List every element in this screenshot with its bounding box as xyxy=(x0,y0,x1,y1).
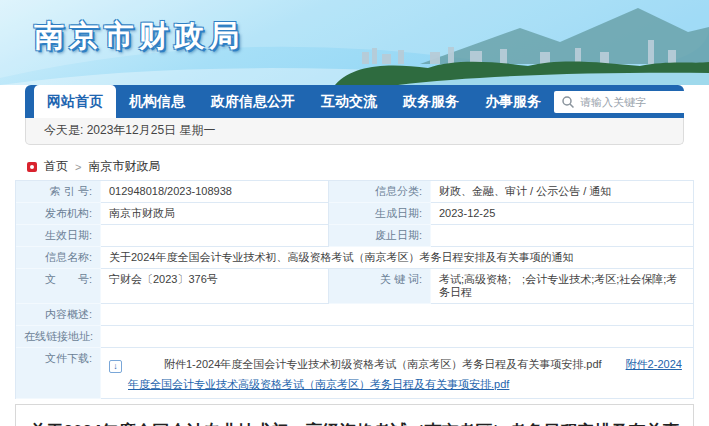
breadcrumb-home[interactable]: 首页 xyxy=(44,158,68,175)
meta-label-effective-date: 生效日期: xyxy=(16,225,101,247)
meta-value-doc-no: 宁财会〔2023〕376号 xyxy=(101,269,329,304)
meta-label-downloads: 文件下载: xyxy=(16,348,101,399)
metadata-table: 索 引 号: 012948018/2023-108938 信息分类: 财政、金融… xyxy=(15,180,694,399)
article-title: 关于2024年度全国会计专业技术初、高级资格考试（南京考区）考务日程安排及有关事… xyxy=(28,418,681,426)
meta-value-effective-date xyxy=(101,225,329,247)
meta-label-keywords: 关 键 词: xyxy=(329,269,431,304)
download-icon: ↓ xyxy=(109,360,122,373)
meta-label-index-no: 索 引 号: xyxy=(16,181,101,203)
meta-label-category: 信息分类: xyxy=(329,181,431,203)
meta-value-expiry-date xyxy=(431,225,694,247)
article-container: 关于2024年度全国会计专业技术初、高级资格考试（南京考区）考务日程安排及有关事… xyxy=(15,404,694,426)
meta-value-online-link xyxy=(101,326,694,348)
meta-value-info-name: 关于2024年度全国会计专业技术初、高级资格考试（南京考区）考务日程安排及有关事… xyxy=(101,247,694,269)
search-input[interactable] xyxy=(554,91,706,113)
meta-label-gen-date: 生成日期: xyxy=(329,203,431,225)
meta-label-expiry-date: 废止日期: xyxy=(329,225,431,247)
meta-value-category: 财政、金融、审计 / 公示公告 / 通知 xyxy=(431,181,694,203)
meta-label-doc-no: 文 号: xyxy=(16,269,101,304)
meta-value-publisher: 南京市财政局 xyxy=(101,203,329,225)
nav-tab-home[interactable]: 网站首页 xyxy=(34,85,116,118)
date-bar: 今天是: 2023年12月25日 星期一 xyxy=(25,118,684,145)
meta-value-keywords: 考试;高级资格; ;会计专业技术;考区;社会保障;考务日程 xyxy=(431,269,694,304)
site-header: 南京市财政局 xyxy=(0,0,709,85)
search-icon xyxy=(561,95,575,113)
nav-tab-org-info[interactable]: 机构信息 xyxy=(116,85,198,118)
meta-label-online-link: 在线链接地址: xyxy=(16,326,101,348)
nav-tab-services[interactable]: 办事服务 xyxy=(472,85,554,118)
meta-value-downloads: ↓ 附件1-2024年度全国会计专业技术初级资格考试（南京考区）考务日程及有关事… xyxy=(101,348,694,399)
breadcrumb: 首页 > 南京市财政局 xyxy=(27,158,709,175)
meta-label-publisher: 发布机构: xyxy=(16,203,101,225)
attachment-link-1[interactable]: 附件1-2024年度全国会计专业技术初级资格考试（南京考区）考务日程及有关事项安… xyxy=(164,358,602,370)
nav-tab-gov-info[interactable]: 政府信息公开 xyxy=(198,85,308,118)
breadcrumb-separator: > xyxy=(75,161,81,173)
meta-value-gen-date: 2023-12-25 xyxy=(431,203,694,225)
meta-value-summary xyxy=(101,304,694,326)
meta-label-summary: 内容概述: xyxy=(16,304,101,326)
meta-value-index-no: 012948018/2023-108938 xyxy=(101,181,329,203)
breadcrumb-current: 南京市财政局 xyxy=(88,158,160,175)
search-area: 搜索 xyxy=(554,91,709,113)
nav-tab-interaction[interactable]: 互动交流 xyxy=(308,85,390,118)
nav-tab-gov-services[interactable]: 政务服务 xyxy=(390,85,472,118)
home-icon xyxy=(27,162,37,172)
main-navigation: 网站首页 机构信息 政府信息公开 互动交流 政务服务 办事服务 搜索 xyxy=(25,85,684,118)
meta-label-info-name: 信息名称: xyxy=(16,247,101,269)
site-title: 南京市财政局 xyxy=(34,16,244,57)
